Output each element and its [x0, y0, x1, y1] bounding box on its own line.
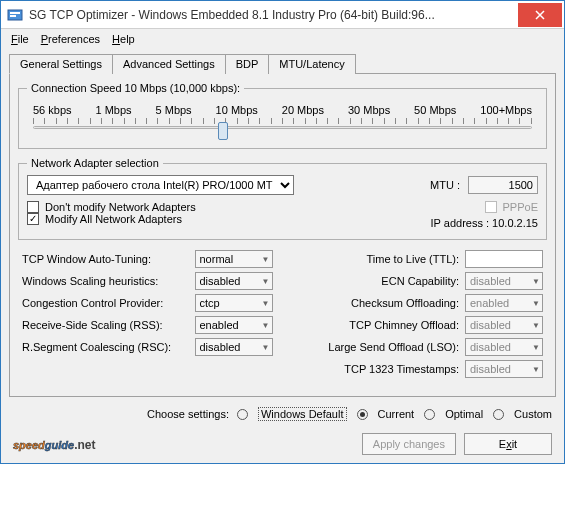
- chevron-down-icon: ▼: [532, 343, 540, 352]
- close-button[interactable]: [518, 3, 562, 27]
- checkbox-icon: [485, 201, 497, 213]
- speed-label: 1 Mbps: [96, 104, 132, 116]
- connection-speed-legend: Connection Speed 10 Mbps (10,000 kbps):: [27, 82, 244, 94]
- speed-label: 10 Mbps: [216, 104, 258, 116]
- rsc-select[interactable]: disabled▼: [195, 338, 273, 356]
- exit-button[interactable]: Exit: [464, 433, 552, 455]
- radio-optimal-label[interactable]: Optimal: [445, 408, 483, 420]
- adapter-legend: Network Adapter selection: [27, 157, 163, 169]
- radio-optimal[interactable]: [424, 409, 435, 420]
- chevron-down-icon: ▼: [262, 277, 270, 286]
- close-icon: [535, 10, 545, 20]
- mtu-label: MTU :: [430, 179, 460, 191]
- tab-general[interactable]: General Settings: [9, 54, 113, 74]
- timestamps-label: TCP 1323 Timestamps:: [293, 363, 466, 375]
- radio-windows-default[interactable]: [237, 409, 248, 420]
- chevron-down-icon: ▼: [262, 299, 270, 308]
- ip-address-label: IP address : 10.0.2.15: [431, 217, 538, 229]
- adapter-select[interactable]: Адаптер рабочего стола Intel(R) PRO/1000…: [27, 175, 294, 195]
- checksum-select[interactable]: enabled▼: [465, 294, 543, 312]
- menu-help[interactable]: Help: [112, 33, 135, 45]
- chevron-down-icon: ▼: [532, 365, 540, 374]
- rss-select[interactable]: enabled▼: [195, 316, 273, 334]
- chevron-down-icon: ▼: [532, 277, 540, 286]
- ttl-label: Time to Live (TTL):: [293, 253, 466, 265]
- menubar: File Preferences Help: [1, 29, 564, 49]
- speed-label: 50 Mbps: [414, 104, 456, 116]
- ecn-label: ECN Capability:: [293, 275, 466, 287]
- choose-settings-row: Choose settings: Windows Default Current…: [9, 397, 556, 425]
- connection-speed-group: Connection Speed 10 Mbps (10,000 kbps): …: [18, 82, 547, 149]
- tab-strip: General Settings Advanced Settings BDP M…: [9, 53, 556, 74]
- congestion-label: Congestion Control Provider:: [22, 297, 195, 309]
- adapter-group: Network Adapter selection Адаптер рабоче…: [18, 157, 547, 240]
- rsc-label: R.Segment Coalescing (RSC):: [22, 341, 195, 353]
- svg-rect-1: [10, 12, 20, 14]
- modify-all-checkbox[interactable]: ✓ Modify All Network Adapters: [27, 213, 431, 225]
- radio-current[interactable]: [357, 409, 368, 420]
- window-title: SG TCP Optimizer - Windows Embedded 8.1 …: [29, 8, 514, 22]
- chevron-down-icon: ▼: [262, 255, 270, 264]
- chevron-down-icon: ▼: [262, 321, 270, 330]
- tab-bdp[interactable]: BDP: [225, 54, 270, 74]
- settings-grid: TCP Window Auto-Tuning:normal▼ Windows S…: [18, 248, 547, 388]
- choose-label: Choose settings:: [147, 408, 229, 420]
- slider-thumb[interactable]: [218, 122, 228, 140]
- dont-modify-checkbox[interactable]: Don't modify Network Adapters: [27, 201, 431, 213]
- radio-current-label[interactable]: Current: [378, 408, 415, 420]
- menu-file[interactable]: File: [11, 33, 29, 45]
- checkbox-icon: [27, 201, 39, 213]
- speed-label: 20 Mbps: [282, 104, 324, 116]
- autotune-label: TCP Window Auto-Tuning:: [22, 253, 195, 265]
- app-icon: [7, 7, 23, 23]
- tab-body: Connection Speed 10 Mbps (10,000 kbps): …: [9, 74, 556, 397]
- congestion-select[interactable]: ctcp▼: [195, 294, 273, 312]
- content-area: General Settings Advanced Settings BDP M…: [1, 49, 564, 463]
- chevron-down-icon: ▼: [532, 321, 540, 330]
- titlebar[interactable]: SG TCP Optimizer - Windows Embedded 8.1 …: [1, 1, 564, 29]
- lso-label: Large Send Offload (LSO):: [293, 341, 466, 353]
- speed-slider[interactable]: [27, 118, 538, 138]
- menu-preferences[interactable]: Preferences: [41, 33, 100, 45]
- lso-select[interactable]: disabled▼: [465, 338, 543, 356]
- tab-advanced[interactable]: Advanced Settings: [112, 54, 226, 74]
- radio-custom-label[interactable]: Custom: [514, 408, 552, 420]
- tab-mtu[interactable]: MTU/Latency: [268, 54, 355, 74]
- pppoe-checkbox: PPPoE: [431, 201, 538, 213]
- ecn-select[interactable]: disabled▼: [465, 272, 543, 290]
- speed-label: 100+Mbps: [480, 104, 532, 116]
- speed-label: 30 Mbps: [348, 104, 390, 116]
- chevron-down-icon: ▼: [262, 343, 270, 352]
- scaling-label: Windows Scaling heuristics:: [22, 275, 195, 287]
- speedguide-logo: speedguide.net: [13, 433, 95, 455]
- ttl-input[interactable]: [465, 250, 543, 268]
- chimney-label: TCP Chimney Offload:: [293, 319, 466, 331]
- speed-label: 56 kbps: [33, 104, 72, 116]
- timestamps-select[interactable]: disabled▼: [465, 360, 543, 378]
- apply-button[interactable]: Apply changes: [362, 433, 456, 455]
- radio-custom[interactable]: [493, 409, 504, 420]
- autotune-select[interactable]: normal▼: [195, 250, 273, 268]
- checkbox-icon: ✓: [27, 213, 39, 225]
- chimney-select[interactable]: disabled▼: [465, 316, 543, 334]
- chevron-down-icon: ▼: [532, 299, 540, 308]
- scaling-select[interactable]: disabled▼: [195, 272, 273, 290]
- speed-label: 5 Mbps: [156, 104, 192, 116]
- button-row: speedguide.net Apply changes Exit: [9, 425, 556, 455]
- rss-label: Receive-Side Scaling (RSS):: [22, 319, 195, 331]
- checksum-label: Checksum Offloading:: [293, 297, 466, 309]
- radio-windows-default-label[interactable]: Windows Default: [258, 407, 347, 421]
- speed-labels: 56 kbps 1 Mbps 5 Mbps 10 Mbps 20 Mbps 30…: [27, 104, 538, 116]
- mtu-input[interactable]: [468, 176, 538, 194]
- svg-rect-2: [10, 15, 16, 17]
- app-window: SG TCP Optimizer - Windows Embedded 8.1 …: [0, 0, 565, 464]
